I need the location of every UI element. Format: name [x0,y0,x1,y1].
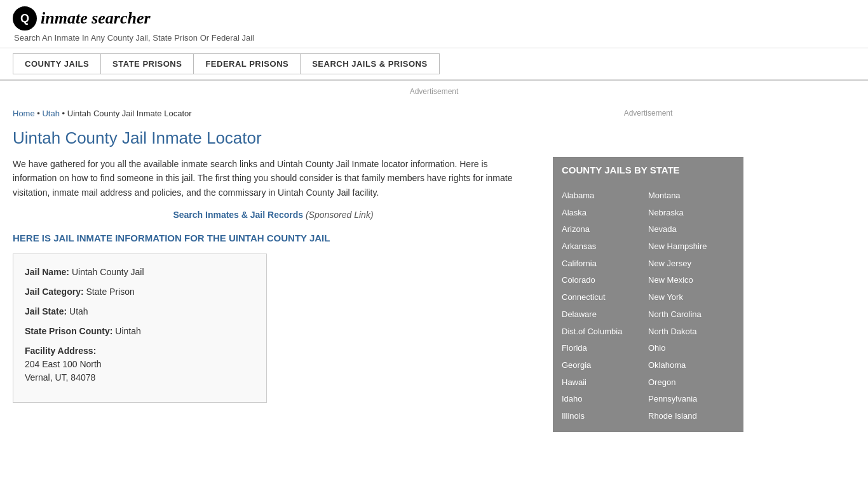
search-inmates-link[interactable]: Search Inmates & Jail Records [173,210,303,220]
state-link-california[interactable]: California [562,256,648,272]
state-link-alaska[interactable]: Alaska [562,205,648,221]
nav-county-jails[interactable]: COUNTY JAILS [13,53,101,74]
state-link-north-dakota[interactable]: North Dakota [648,324,735,340]
sidebar: Advertisement COUNTY JAILS BY STATE Alab… [553,102,743,432]
jail-name-row: Jail Name: Uintah County Jail [25,266,255,279]
sidebar-ad-label: Advertisement [624,109,673,118]
state-box: COUNTY JAILS BY STATE AlabamaAlaskaArizo… [553,157,743,432]
jail-category-label: Jail Category: [25,287,84,297]
jail-name-value: Uintah County Jail [72,267,144,277]
state-col-2: MontanaNebraskaNevadaNew HampshireNew Je… [648,188,735,424]
state-link-new-hampshire[interactable]: New Hampshire [648,239,735,255]
jail-state-value: Utah [69,306,88,316]
jail-category-row: Jail Category: State Prison [25,285,255,299]
jail-address-row: Facility Address: 204 East 100 North Ver… [25,344,255,384]
state-link-pennsylvania[interactable]: Pennsylvania [648,391,735,407]
description: We have gathered for you all the availab… [13,157,534,200]
jail-state-row: Jail State: Utah [25,305,255,318]
jail-county-row: State Prison County: Uintah [25,325,255,338]
breadcrumb-current: Uintah County Jail Inmate Locator [67,109,192,118]
state-link-nevada[interactable]: Nevada [648,222,735,238]
state-link-new-york[interactable]: New York [648,290,735,306]
jail-county-label: State Prison County: [25,326,112,336]
state-link-north-carolina[interactable]: North Carolina [648,307,735,323]
search-link-area: Search Inmates & Jail Records (Sponsored… [13,210,534,220]
address-line2: Vernal, UT, 84078 [25,371,255,384]
info-box: Jail Name: Uintah County Jail Jail Categ… [13,254,267,403]
state-col-1: AlabamaAlaskaArizonaArkansasCaliforniaCo… [562,188,648,424]
nav-federal-prisons[interactable]: FEDERAL PRISONS [194,53,301,74]
jail-name-label: Jail Name: [25,267,69,277]
state-link-connecticut[interactable]: Connecticut [562,290,648,306]
nav-state-prisons[interactable]: STATE PRISONS [101,53,194,74]
logo-area: Q inmate searcher [13,6,855,30]
jail-address-label: Facility Address: [25,346,96,356]
breadcrumb-home[interactable]: Home [13,109,35,118]
state-link-idaho[interactable]: Idaho [562,391,648,407]
page-title: Uintah County Jail Inmate Locator [13,128,534,148]
state-link-oklahoma[interactable]: Oklahoma [648,358,735,374]
ad-label: Advertisement [410,87,459,96]
state-link-florida[interactable]: Florida [562,341,648,356]
jail-state-label: Jail State: [25,306,67,316]
main-layout: Home • Utah • Uintah County Jail Inmate … [0,102,868,432]
state-link-new-mexico[interactable]: New Mexico [648,273,735,288]
breadcrumb: Home • Utah • Uintah County Jail Inmate … [13,109,534,118]
nav-buttons: COUNTY JAILS STATE PRISONS FEDERAL PRISO… [13,53,855,74]
state-link-georgia[interactable]: Georgia [562,358,648,374]
state-link-nebraska[interactable]: Nebraska [648,205,735,221]
jail-county-value: Uintah [115,326,140,336]
jail-category-value: State Prison [86,287,134,297]
sidebar-ad: Advertisement [553,109,743,147]
state-link-oregon[interactable]: Oregon [648,375,735,391]
state-link-arkansas[interactable]: Arkansas [562,239,648,255]
logo-icon: Q [13,6,37,30]
address-line1: 204 East 100 North [25,358,255,371]
ad-banner: Advertisement [0,81,868,102]
nav-bar: COUNTY JAILS STATE PRISONS FEDERAL PRISO… [0,48,868,81]
state-link-montana[interactable]: Montana [648,188,735,204]
state-link-ohio[interactable]: Ohio [648,341,735,356]
content-area: Home • Utah • Uintah County Jail Inmate … [13,102,534,432]
state-box-title: COUNTY JAILS BY STATE [562,165,735,175]
state-link-delaware[interactable]: Delaware [562,307,648,323]
sponsored-label: (Sponsored Link) [306,210,374,220]
state-link-distof-columbia[interactable]: Dist.of Columbia [562,324,648,340]
state-box-header: COUNTY JAILS BY STATE [553,157,743,186]
state-link-alabama[interactable]: Alabama [562,188,648,204]
nav-search-jails[interactable]: SEARCH JAILS & PRISONS [301,53,439,74]
breadcrumb-state[interactable]: Utah [42,109,59,118]
state-link-new-jersey[interactable]: New Jersey [648,256,735,272]
logo-text: inmate searcher [41,9,151,28]
state-link-hawaii[interactable]: Hawaii [562,375,648,391]
state-link-rhode-island[interactable]: Rhode Island [648,409,735,424]
state-link-arizona[interactable]: Arizona [562,222,648,238]
jail-info-heading: HERE IS JAIL INMATE INFORMATION FOR THE … [13,233,534,243]
state-link-illinois[interactable]: Illinois [562,409,648,424]
state-columns: AlabamaAlaskaArizonaArkansasCaliforniaCo… [553,186,743,432]
tagline: Search An Inmate In Any County Jail, Sta… [14,33,855,43]
header: Q inmate searcher Search An Inmate In An… [0,0,868,48]
state-link-colorado[interactable]: Colorado [562,273,648,288]
